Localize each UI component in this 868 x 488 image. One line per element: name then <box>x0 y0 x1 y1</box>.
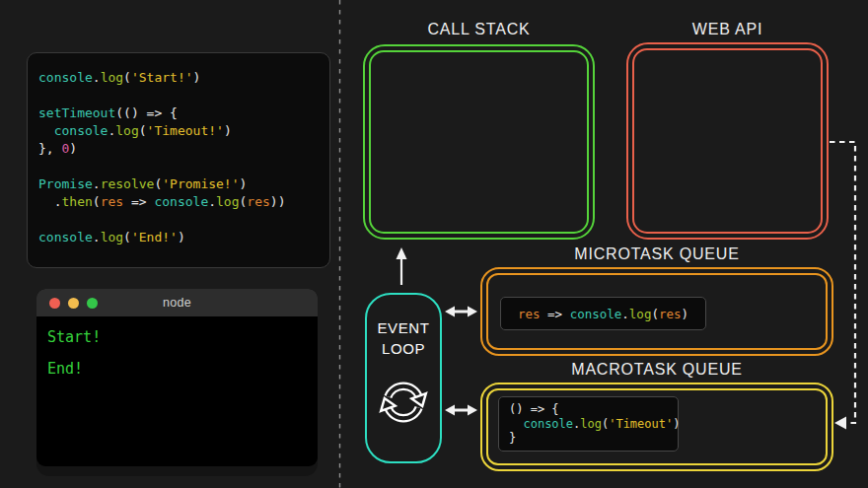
terminal-output: Start! End! <box>36 316 318 403</box>
terminal-output-line: Start! <box>47 328 307 350</box>
event-loop-diagram: console.log('Start!') setTimeout(() => {… <box>0 0 868 488</box>
event-loop-box: EVENT LOOP <box>365 293 442 463</box>
terminal-window: node Start! End! <box>36 289 318 466</box>
window-controls <box>49 298 98 309</box>
call-stack-box-inner <box>369 50 589 234</box>
refresh-cycle-icon <box>375 374 432 435</box>
web-api-box <box>626 42 829 240</box>
terminal-title: node <box>163 296 191 310</box>
eventloop-to-callstack-arrow <box>397 247 407 285</box>
web-api-box-inner <box>632 48 823 234</box>
source-code: console.log('Start!') setTimeout(() => {… <box>38 69 322 246</box>
close-button-icon[interactable] <box>49 298 60 309</box>
macrotask-queue-label: MACROTASK QUEUE <box>480 361 833 379</box>
code-editor-panel: console.log('Start!') setTimeout(() => {… <box>27 52 330 268</box>
microtask-queue-label: MICROTASK QUEUE <box>480 245 833 263</box>
event-loop-label-line2: LOOP <box>377 338 429 359</box>
connector-arrowhead-icon <box>834 417 846 430</box>
call-stack-label: CALL STACK <box>363 21 595 38</box>
microtask-task-chip: res => console.log(res) <box>500 297 706 330</box>
macrotask-task-chip: () => { console.log('Timeout')} <box>498 396 679 452</box>
eventloop-microtask-double-arrow-icon <box>445 307 477 317</box>
call-stack-box <box>363 44 595 240</box>
event-loop-label: EVENT LOOP <box>377 317 429 359</box>
event-loop-label-line1: EVENT <box>377 317 429 338</box>
minimize-button-icon[interactable] <box>68 298 79 309</box>
web-api-label: WEB API <box>626 21 829 38</box>
eventloop-macrotask-double-arrow-icon <box>445 405 477 416</box>
terminal-titlebar: node <box>36 289 318 316</box>
zoom-button-icon[interactable] <box>87 298 98 309</box>
terminal-output-line: End! <box>47 360 307 382</box>
